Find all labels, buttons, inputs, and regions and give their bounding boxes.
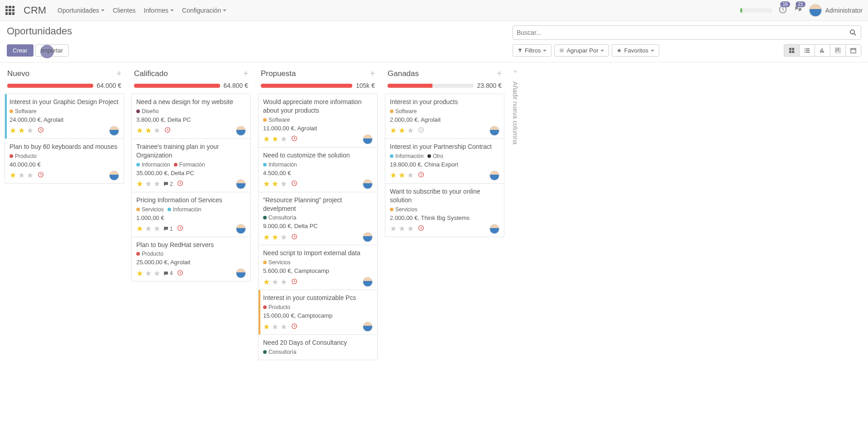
priority-star[interactable]: ★ <box>136 126 143 135</box>
activity-clock-icon[interactable] <box>291 135 298 143</box>
priority-star[interactable]: ★ <box>263 134 270 144</box>
priority-star[interactable]: ★ <box>407 224 414 233</box>
activity-clock-icon[interactable] <box>417 171 425 180</box>
priority-star[interactable]: ★ <box>27 171 34 180</box>
priority-star[interactable]: ★ <box>280 277 287 287</box>
activities-icon[interactable]: 16 <box>778 5 787 15</box>
assignee-avatar-icon[interactable] <box>363 134 373 144</box>
column-progress[interactable] <box>388 84 474 88</box>
priority-star[interactable]: ★ <box>145 224 152 233</box>
activity-clock-icon[interactable] <box>291 180 298 188</box>
filters-button[interactable]: Filtros <box>513 44 551 57</box>
priority-star[interactable]: ★ <box>10 126 16 135</box>
assignee-avatar-icon[interactable] <box>363 179 373 189</box>
search-input[interactable] <box>517 29 849 36</box>
column-title[interactable]: Propuesta <box>261 69 370 78</box>
priority-star[interactable]: ★ <box>398 126 405 135</box>
assignee-avatar-icon[interactable] <box>489 126 499 136</box>
priority-star[interactable]: ★ <box>390 171 397 180</box>
favorites-button[interactable]: Favoritos <box>612 44 659 57</box>
kanban-card[interactable]: Need a new design for my websiteDiseño3.… <box>131 94 251 139</box>
nav-item-configuración[interactable]: Configuración <box>182 7 226 14</box>
search-box[interactable] <box>513 25 861 40</box>
kanban-card[interactable]: Need 20 Days of ConsultancyConsultoría <box>258 334 378 360</box>
view-calendar[interactable] <box>846 45 861 56</box>
activity-clock-icon[interactable] <box>177 180 184 188</box>
kanban-card[interactable]: Interest in your Partnership ContractInf… <box>385 138 504 184</box>
priority-star[interactable]: ★ <box>407 126 414 135</box>
nav-item-oportunidades[interactable]: Oportunidades <box>58 7 105 14</box>
search-icon[interactable] <box>849 29 857 37</box>
priority-star[interactable]: ★ <box>280 179 287 189</box>
priority-star[interactable]: ★ <box>280 322 287 332</box>
activity-clock-icon[interactable] <box>291 233 298 242</box>
assignee-avatar-icon[interactable] <box>109 126 119 136</box>
assignee-avatar-icon[interactable] <box>236 268 246 278</box>
priority-star[interactable]: ★ <box>153 224 160 233</box>
priority-star[interactable]: ★ <box>263 233 270 242</box>
priority-star[interactable]: ★ <box>136 269 143 278</box>
brand[interactable]: CRM <box>24 5 46 16</box>
priority-star[interactable]: ★ <box>153 179 160 189</box>
view-pivot[interactable] <box>830 45 846 56</box>
priority-star[interactable]: ★ <box>398 171 405 180</box>
priority-star[interactable]: ★ <box>407 171 414 180</box>
kanban-card[interactable]: Interest in your customizable PcsProduct… <box>258 290 378 335</box>
assignee-avatar-icon[interactable] <box>236 126 246 136</box>
activity-clock-icon[interactable] <box>291 323 298 331</box>
assignee-avatar-icon[interactable] <box>489 171 499 181</box>
activity-clock-icon[interactable] <box>177 269 184 278</box>
column-title[interactable]: Calificado <box>134 69 243 78</box>
kanban-card[interactable]: Would appreciate more information about … <box>258 94 378 148</box>
activity-clock-icon[interactable] <box>417 126 425 135</box>
priority-star[interactable]: ★ <box>390 126 397 135</box>
column-title[interactable]: Nuevo <box>7 69 116 78</box>
activity-clock-icon[interactable] <box>177 224 184 233</box>
activity-clock-icon[interactable] <box>37 171 44 180</box>
nav-item-clientes[interactable]: Clientes <box>113 7 136 14</box>
priority-star[interactable]: ★ <box>280 134 287 144</box>
priority-star[interactable]: ★ <box>153 126 160 135</box>
priority-star[interactable]: ★ <box>263 179 270 189</box>
view-list[interactable] <box>800 45 815 56</box>
column-progress[interactable] <box>134 84 220 88</box>
priority-star[interactable]: ★ <box>136 179 143 189</box>
priority-star[interactable]: ★ <box>136 224 143 233</box>
priority-star[interactable]: ★ <box>145 126 152 135</box>
groupby-button[interactable]: Agrupar Por <box>554 44 609 57</box>
message-count[interactable]: 1 <box>163 226 173 232</box>
create-button[interactable]: Crear <box>7 44 34 57</box>
priority-star[interactable]: ★ <box>27 126 34 135</box>
priority-star[interactable]: ★ <box>398 224 405 233</box>
kanban-card[interactable]: "Resource Planning" project develpmentCo… <box>258 192 378 246</box>
user-menu[interactable]: Administrator <box>809 4 863 17</box>
assignee-avatar-icon[interactable] <box>363 322 373 332</box>
activity-clock-icon[interactable] <box>164 126 171 135</box>
kanban-card[interactable]: Interest in your productsSoftware2.000,0… <box>385 94 504 139</box>
message-count[interactable]: 4 <box>163 270 173 276</box>
apps-icon[interactable] <box>5 6 14 15</box>
import-button[interactable]: Importar <box>35 44 69 57</box>
priority-star[interactable]: ★ <box>263 322 270 332</box>
priority-star[interactable]: ★ <box>18 171 25 180</box>
column-progress[interactable] <box>7 84 93 88</box>
column-add-button[interactable]: + <box>116 69 121 78</box>
priority-star[interactable]: ★ <box>18 126 25 135</box>
view-kanban[interactable] <box>784 45 800 56</box>
column-add-button[interactable]: + <box>497 69 502 78</box>
priority-star[interactable]: ★ <box>153 269 160 278</box>
kanban-card[interactable]: Need to customize the solutionInformació… <box>258 147 378 192</box>
priority-star[interactable]: ★ <box>10 171 16 180</box>
messages-icon[interactable]: 21 <box>794 5 803 15</box>
activity-clock-icon[interactable] <box>291 278 298 286</box>
nav-item-informes[interactable]: Informes <box>144 7 174 14</box>
priority-star[interactable]: ★ <box>145 179 152 189</box>
priority-star[interactable]: ★ <box>272 179 278 189</box>
column-title[interactable]: Ganadas <box>388 69 497 78</box>
kanban-card[interactable]: Trainee's training plan in your Organiza… <box>131 138 251 192</box>
column-progress[interactable] <box>261 84 352 88</box>
assignee-avatar-icon[interactable] <box>236 224 246 234</box>
kanban-card[interactable]: Need script to Import external dataServi… <box>258 245 378 290</box>
assignee-avatar-icon[interactable] <box>109 171 119 181</box>
column-add-button[interactable]: + <box>370 69 375 78</box>
